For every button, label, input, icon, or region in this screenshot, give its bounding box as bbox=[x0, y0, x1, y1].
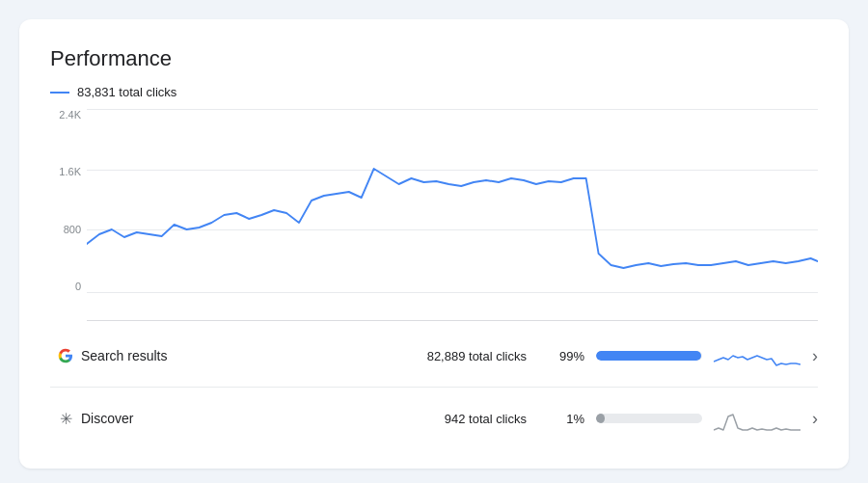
source-bar-fill-search bbox=[596, 351, 701, 361]
chart-area: 2.4K 1.6K 800 0 bbox=[50, 109, 818, 321]
sources-list: Search results 82,889 total clicks 99% ›… bbox=[50, 325, 818, 449]
chevron-right-discover[interactable]: › bbox=[812, 409, 818, 429]
source-row-discover[interactable]: ✳ Discover 942 total clicks 1% › bbox=[50, 388, 818, 449]
grid-line-bottom bbox=[87, 292, 818, 293]
source-name-discover: Discover bbox=[81, 411, 216, 426]
y-axis: 2.4K 1.6K 800 0 bbox=[50, 109, 87, 292]
y-label-800: 800 bbox=[64, 224, 81, 235]
asterisk-icon: ✳ bbox=[50, 410, 81, 428]
source-bar-search bbox=[596, 351, 702, 361]
page-title: Performance bbox=[50, 46, 818, 71]
source-pct-discover: 1% bbox=[550, 412, 584, 426]
source-row-search[interactable]: Search results 82,889 total clicks 99% › bbox=[50, 325, 818, 388]
source-clicks-search: 82,889 total clicks bbox=[216, 349, 550, 363]
legend-label: 83,831 total clicks bbox=[77, 85, 176, 99]
source-pct-search: 99% bbox=[550, 349, 584, 363]
google-g-icon bbox=[50, 348, 81, 363]
chevron-right-search[interactable]: › bbox=[812, 346, 818, 366]
performance-card: Performance 83,831 total clicks 2.4K 1.6… bbox=[19, 19, 849, 469]
legend-line-icon bbox=[50, 92, 69, 94]
mini-chart-discover bbox=[714, 401, 800, 436]
x-axis-bar bbox=[87, 320, 818, 321]
y-label-1600: 1.6K bbox=[59, 166, 81, 177]
source-bar-discover bbox=[596, 414, 702, 423]
chart-inner bbox=[87, 109, 818, 292]
legend-row: 83,831 total clicks bbox=[50, 85, 818, 99]
source-bar-fill-discover bbox=[596, 414, 605, 423]
source-clicks-discover: 942 total clicks bbox=[216, 412, 550, 426]
y-label-0: 0 bbox=[75, 281, 81, 292]
line-chart-svg bbox=[87, 109, 818, 292]
source-name-search: Search results bbox=[81, 348, 216, 363]
mini-chart-search bbox=[714, 338, 800, 373]
y-label-2400: 2.4K bbox=[59, 109, 81, 121]
